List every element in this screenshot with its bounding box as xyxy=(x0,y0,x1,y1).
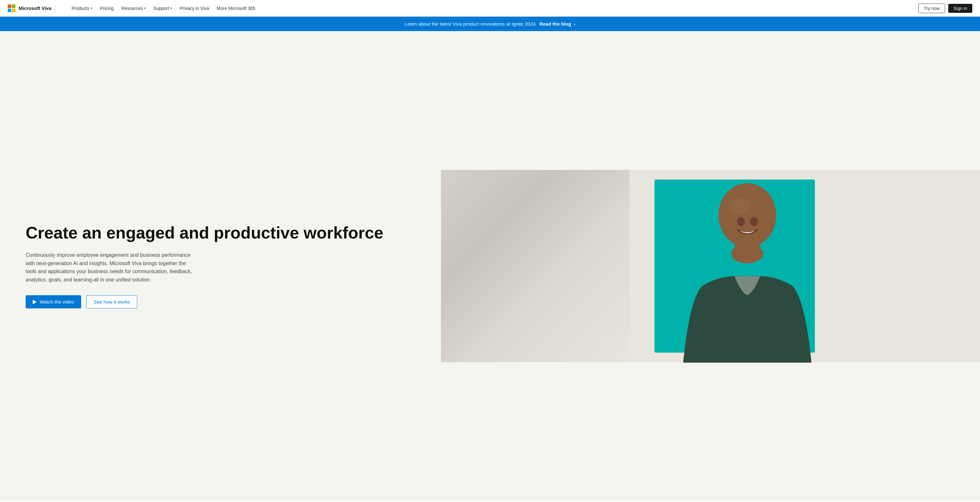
nav-resources[interactable]: Resources ▾ xyxy=(118,4,149,13)
hero-buttons: Watch the video See how it works xyxy=(25,295,422,308)
products-chevron-icon: ▾ xyxy=(91,6,92,10)
support-chevron-icon: ▾ xyxy=(170,6,172,10)
microsoft-logo-link[interactable]: Microsoft Viva xyxy=(8,5,51,12)
microsoft-logo xyxy=(8,5,15,12)
navbar-separator xyxy=(55,5,56,11)
microsoft-label: Microsoft Viva xyxy=(19,5,51,11)
logo-sq-red xyxy=(8,5,11,8)
see-how-button[interactable]: See how it works xyxy=(86,295,137,308)
announcement-banner: Learn about the latest Viva product inno… xyxy=(0,17,980,31)
banner-chevron-icon: › xyxy=(574,21,575,27)
person-svg xyxy=(664,177,830,363)
hero-description: Continuously improve employee engagement… xyxy=(25,251,192,284)
navbar-actions: Try now Sign in xyxy=(918,3,972,13)
nav-pricing[interactable]: Pricing xyxy=(97,4,117,13)
hero-title: Create an engaged and productive workfor… xyxy=(25,224,422,242)
svg-point-2 xyxy=(731,244,763,264)
svg-point-5 xyxy=(728,198,750,214)
banner-text: Learn about the latest Viva product inno… xyxy=(405,21,537,27)
play-icon xyxy=(33,300,37,304)
navbar: Microsoft Viva Products ▾ Pricing Resour… xyxy=(0,0,980,17)
svg-point-0 xyxy=(718,183,776,248)
hero-content: Create an engaged and productive workfor… xyxy=(0,198,441,334)
svg-point-4 xyxy=(750,217,757,226)
curtain-drape xyxy=(441,170,630,362)
nav-more-365[interactable]: More Microsoft 365 xyxy=(213,4,258,13)
main-nav: Products ▾ Pricing Resources ▾ Support ▾… xyxy=(68,4,918,13)
try-now-button[interactable]: Try now xyxy=(918,3,945,13)
svg-point-3 xyxy=(737,217,745,226)
banner-link[interactable]: Read the blog › xyxy=(539,21,575,27)
watch-video-button[interactable]: Watch the video xyxy=(25,295,81,308)
hero-section: Create an engaged and productive workfor… xyxy=(0,31,980,501)
logo-sq-blue xyxy=(8,9,11,12)
sign-in-button[interactable]: Sign in xyxy=(948,4,972,13)
logo-sq-green xyxy=(12,5,15,8)
logo-sq-yellow xyxy=(12,9,15,12)
nav-products[interactable]: Products ▾ xyxy=(68,4,95,13)
resources-chevron-icon: ▾ xyxy=(144,6,146,10)
hero-image-area xyxy=(441,170,980,362)
nav-privacy[interactable]: Privacy in Viva xyxy=(177,4,212,13)
hero-person-image xyxy=(664,177,830,363)
nav-support[interactable]: Support ▾ xyxy=(150,4,175,13)
